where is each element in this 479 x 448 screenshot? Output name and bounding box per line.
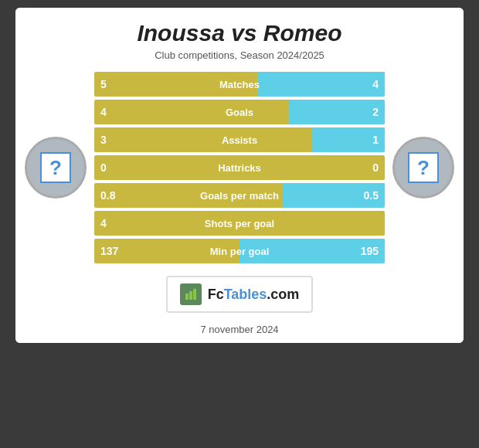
stat-left-value: 137 [100, 245, 118, 257]
stat-label: Goals [226, 107, 253, 118]
main-title: Inoussa vs Romeo [23, 20, 456, 46]
stat-row: 3Assists1 [94, 127, 385, 152]
stat-left-value: 0.8 [100, 189, 115, 202]
logo-section: FcTables.com [15, 266, 464, 319]
logo-text: FcTables.com [208, 287, 300, 303]
comparison-card: Inoussa vs Romeo Club competitions, Seas… [15, 8, 464, 343]
stats-container: 5Matches44Goals23Assists10Hattricks00.8G… [94, 72, 385, 263]
stat-label: Assists [222, 134, 257, 146]
stat-left-value: 5 [100, 78, 107, 90]
stat-row: 0Hattricks0 [94, 155, 385, 180]
stat-right-value: 195 [361, 245, 379, 257]
player-right-avatar: ? [392, 137, 454, 199]
stat-row: 137Min per goal195 [94, 239, 385, 263]
stat-left-value: 0 [100, 161, 107, 174]
stat-left-value: 4 [100, 217, 107, 229]
stat-label: Min per goal [210, 246, 270, 257]
subtitle: Club competitions, Season 2024/2025 [23, 49, 456, 61]
stat-row: 5Matches4 [94, 72, 385, 97]
stat-label: Matches [219, 79, 260, 90]
svg-rect-2 [193, 289, 196, 300]
player-right-icon: ? [408, 152, 439, 183]
logo-box: FcTables.com [166, 276, 314, 313]
stat-right-value: 1 [372, 134, 379, 146]
stat-label: Goals per match [200, 190, 279, 202]
stat-row: 4Goals2 [94, 100, 385, 124]
svg-rect-0 [185, 294, 189, 300]
player-left-avatar: ? [25, 137, 87, 199]
player-left-icon: ? [40, 152, 71, 183]
stat-label: Hattricks [218, 162, 261, 174]
svg-rect-1 [189, 291, 192, 300]
stat-right-value: 4 [372, 78, 379, 90]
stat-left-value: 3 [100, 134, 107, 146]
card-header: Inoussa vs Romeo Club competitions, Seas… [15, 8, 464, 67]
stat-right-value: 2 [372, 106, 379, 118]
stat-row: 4Shots per goal [94, 211, 385, 236]
stat-left-value: 4 [100, 106, 107, 118]
footer-date: 7 november 2024 [15, 319, 464, 343]
stat-label: Shots per goal [205, 218, 274, 229]
stat-right-value: 0.5 [364, 189, 379, 202]
stat-right-value: 0 [372, 161, 379, 174]
stat-row: 0.8Goals per match0.5 [94, 183, 385, 208]
logo-icon [180, 283, 202, 305]
